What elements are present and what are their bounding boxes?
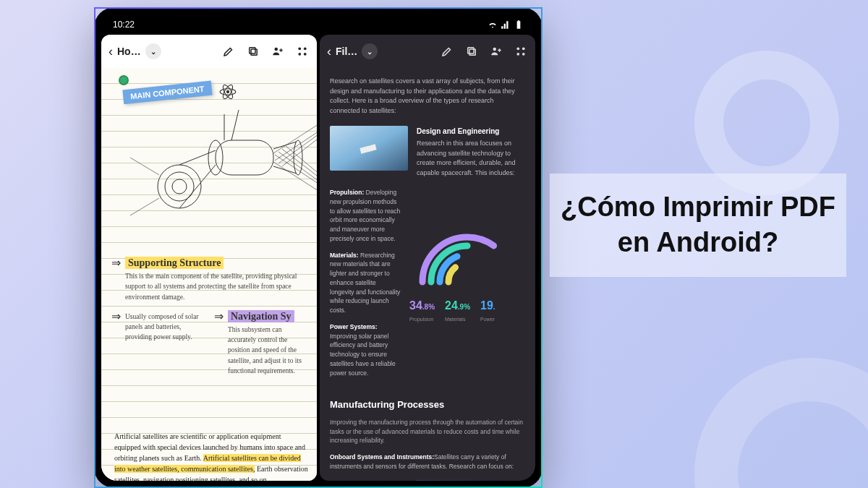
arrow-icon: ⇒ bbox=[214, 309, 224, 323]
status-time: 10:22 bbox=[113, 20, 135, 30]
tablet-frame: 10:22 ‹ Ho… ⌄ bbox=[94, 7, 542, 488]
stats-row: 34.8%Propulsion24.9%Materials19.Power bbox=[409, 297, 525, 324]
stat-item: 19.Power bbox=[480, 297, 495, 324]
bullet-item: Propulsion: Developing new propulsion me… bbox=[330, 188, 401, 244]
section-heading: Manufacturing Processes bbox=[330, 398, 525, 412]
ring-chart: 34.8%Propulsion24.9%Materials19.Power bbox=[409, 188, 525, 296]
pushpin-icon bbox=[119, 75, 129, 85]
svg-point-23 bbox=[522, 53, 525, 56]
bullet-item: Materials: Researching new materials tha… bbox=[330, 251, 401, 315]
stat-item: 24.9%Materials bbox=[445, 297, 470, 324]
left-toolbar: ‹ Ho… ⌄ bbox=[101, 35, 317, 68]
stat-item: 34.8%Propulsion bbox=[409, 297, 435, 324]
highlighter-icon[interactable] bbox=[440, 44, 454, 59]
svg-point-21 bbox=[522, 47, 525, 50]
section-title: Supporting Structure bbox=[125, 257, 224, 269]
split-view: ‹ Ho… ⌄ MAIN COMPONENT bbox=[101, 35, 535, 481]
apps-icon[interactable] bbox=[295, 44, 310, 59]
onboard-label: Onboard Systems and Instruments: bbox=[330, 453, 434, 461]
svg-point-10 bbox=[226, 90, 229, 93]
section-body: Usually composed of solar panels and bat… bbox=[125, 312, 207, 343]
svg-rect-1 bbox=[250, 48, 255, 53]
tablet-screen: 10:22 ‹ Ho… ⌄ bbox=[101, 14, 535, 481]
dark-document[interactable]: Research on satellites covers a vast arr… bbox=[320, 68, 535, 481]
apps-icon[interactable] bbox=[514, 44, 528, 59]
section-body: This is the main component of the satell… bbox=[125, 271, 310, 302]
note-sections: ⇒ Supporting Structure This is the main … bbox=[111, 256, 310, 383]
left-pane: ‹ Ho… ⌄ MAIN COMPONENT bbox=[101, 35, 317, 481]
pane-title[interactable]: Ho… bbox=[117, 46, 141, 57]
svg-point-16 bbox=[172, 179, 187, 194]
section-heading: Design and Engineering bbox=[417, 126, 525, 137]
bullet-list: Propulsion: Developing new propulsion me… bbox=[330, 188, 401, 385]
battery-icon bbox=[514, 20, 524, 30]
user-add-icon[interactable] bbox=[489, 44, 503, 59]
paragraph-block: Artificial satellites are scientific or … bbox=[114, 431, 308, 481]
back-button[interactable]: ‹ bbox=[327, 44, 331, 59]
section-title: Navigation Sy bbox=[228, 310, 294, 322]
onboard-line: Onboard Systems and Instruments:Satellit… bbox=[330, 453, 525, 471]
bg-decor-circle bbox=[694, 358, 868, 488]
wifi-icon bbox=[488, 20, 498, 30]
svg-point-27 bbox=[448, 263, 486, 289]
svg-rect-18 bbox=[468, 48, 474, 53]
section-body: Research in this area focuses on advanci… bbox=[417, 140, 515, 176]
svg-rect-17 bbox=[469, 49, 475, 55]
svg-rect-0 bbox=[251, 49, 257, 55]
right-toolbar: ‹ Fil… ⌄ bbox=[320, 35, 535, 68]
bar-chart bbox=[330, 479, 407, 481]
svg-point-6 bbox=[304, 53, 307, 56]
signal-icon bbox=[501, 20, 511, 30]
svg-point-13 bbox=[294, 140, 302, 175]
status-bar: 10:22 bbox=[101, 14, 535, 35]
arrow-icon: ⇒ bbox=[111, 256, 121, 270]
svg-point-2 bbox=[275, 48, 278, 51]
copy-icon[interactable] bbox=[464, 44, 479, 59]
arrow-icon: ⇒ bbox=[111, 309, 121, 323]
svg-point-3 bbox=[298, 47, 301, 50]
title-dropdown[interactable]: ⌄ bbox=[362, 43, 378, 59]
notebook-page[interactable]: MAIN COMPONENT bbox=[101, 68, 317, 481]
bullet-item: Power Systems: Improving solar panel eff… bbox=[330, 322, 401, 378]
satellite-photo bbox=[330, 126, 408, 171]
svg-point-5 bbox=[298, 53, 301, 56]
svg-point-20 bbox=[516, 47, 519, 50]
satellite-photo-2 bbox=[415, 480, 502, 481]
right-pane: ‹ Fil… ⌄ Research on satellites covers a… bbox=[320, 35, 535, 481]
svg-rect-11 bbox=[216, 140, 273, 175]
svg-point-14 bbox=[158, 165, 201, 208]
svg-point-19 bbox=[493, 48, 497, 51]
intro-text: Research on satellites covers a vast arr… bbox=[330, 77, 525, 116]
section-body: This subsystem can accurately control th… bbox=[228, 325, 310, 376]
highlighter-icon[interactable] bbox=[221, 44, 236, 59]
pane-title[interactable]: Fil… bbox=[336, 46, 357, 57]
svg-point-15 bbox=[165, 172, 194, 201]
title-dropdown[interactable]: ⌄ bbox=[145, 43, 161, 59]
back-button[interactable]: ‹ bbox=[109, 44, 113, 59]
satellite-sketch bbox=[130, 97, 317, 241]
copy-icon[interactable] bbox=[246, 44, 260, 59]
status-icons bbox=[488, 20, 524, 30]
page-headline: ¿Cómo Imprimir PDF en Android? bbox=[550, 174, 846, 277]
svg-point-4 bbox=[304, 47, 307, 50]
section-sub: Improving the manufacturing process thro… bbox=[330, 418, 525, 445]
user-add-icon[interactable] bbox=[271, 44, 285, 59]
svg-point-22 bbox=[516, 53, 519, 56]
